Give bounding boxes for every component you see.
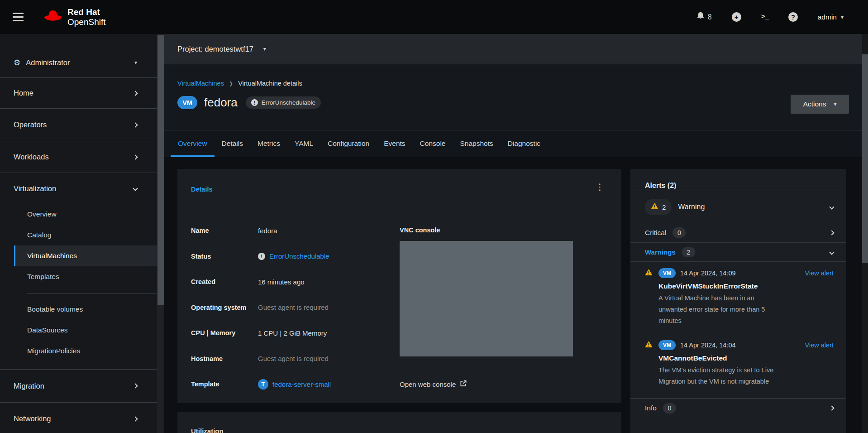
utilization-title: Utilization [191,427,608,433]
breadcrumb-current: VirtualMachine details [238,80,302,87]
brand-text: Red Hat OpenShift [67,7,106,27]
chevron-right-icon [133,122,138,127]
status-link[interactable]: ErrorUnschedulable [269,252,329,260]
detail-label: Status [191,253,258,260]
app-launcher-icon[interactable] [668,13,677,21]
sidebar-item-operators[interactable]: Operators [0,109,157,141]
detail-row-cpu-memory: CPU | Memory 1 CPU | 2 GiB Memory [191,320,390,346]
redhat-hat-icon [43,9,63,25]
notifications-button[interactable]: 8 [696,12,712,22]
sidebar-item-virtualmachines[interactable]: VirtualMachines [14,245,157,266]
tab-details[interactable]: Details [215,130,250,157]
sidebar-item-label: Bootable volumes [27,305,83,313]
chevron-right-icon [133,154,138,159]
tab-bar: Overview Details Metrics YAML Configurat… [164,130,862,157]
template-link[interactable]: fedora-server-small [272,380,331,388]
alert-item: VM 14 Apr 2024, 14:09 View alert KubeVir… [645,268,834,327]
warnings-label: Warnings [645,248,676,256]
chevron-right-icon [133,416,138,421]
sidebar-item-networking[interactable]: Networking [0,403,157,433]
sidebar-item-label: Networking [14,414,51,423]
alerts-title: Alerts (2) [645,169,834,191]
sidebar-item-virt-overview[interactable]: Overview [14,204,157,225]
kebab-menu-icon[interactable]: ⋮ [596,182,604,192]
sidebar-item-label: Operators [14,120,47,129]
breadcrumb-link[interactable]: VirtualMachines [177,80,224,87]
tab-configuration[interactable]: Configuration [320,130,377,157]
caret-down-icon: ▾ [134,59,137,66]
detail-label: Operating system [191,304,258,311]
detail-value: 1 CPU | 2 GiB Memory [258,329,327,337]
window-scrollbar-thumb[interactable] [862,54,868,263]
sidebar-item-migration[interactable]: Migration [0,370,157,402]
tab-overview[interactable]: Overview [171,130,215,157]
alerts-warnings-row[interactable]: Warnings 2 [645,243,834,261]
critical-count-badge: 0 [672,227,686,238]
warning-count: 2 [662,203,666,211]
sidebar-item-migrationpolicies[interactable]: MigrationPolicies [14,341,157,361]
alert-timestamp: 14 Apr 2024, 14:04 [680,342,736,349]
view-alert-link[interactable]: View alert [805,269,834,277]
tab-events[interactable]: Events [377,130,412,157]
view-alert-link[interactable]: View alert [805,342,834,349]
sidebar-item-catalog[interactable]: Catalog [14,225,157,245]
actions-label: Actions [803,100,826,108]
critical-label: Critical [645,229,666,237]
exclamation-circle-icon: ! [258,253,265,260]
user-menu[interactable]: admin ▾ [818,13,844,21]
detail-value: fedora [258,227,277,235]
detail-row-name: Name fedora [191,218,390,244]
project-selector[interactable]: Project: demotestwtf17 ▾ [164,34,862,64]
cli-terminal-icon[interactable]: >_ [761,13,768,21]
tab-snapshots[interactable]: Snapshots [453,130,500,157]
sidebar-item-home[interactable]: Home [0,78,157,108]
window-scrollbar[interactable] [862,34,868,433]
detail-label: Template [191,380,258,388]
nav-toggle-icon[interactable] [13,13,24,21]
alert-description: The VM's eviction strategy is set to Liv… [658,365,782,387]
chevron-right-icon [133,383,138,388]
sidebar-item-label: Home [14,89,33,97]
detail-value: 16 minutes ago [258,278,305,286]
chevron-right-icon [133,91,138,96]
alerts-critical-row[interactable]: Critical 0 [645,223,834,242]
vm-kind-badge: VM [658,340,676,350]
sidebar-item-templates[interactable]: Templates [14,266,157,287]
brand-line-2: OpenShift [67,17,106,27]
username: admin [818,13,837,21]
brand-logo[interactable]: Red Hat OpenShift [43,7,106,27]
detail-label: CPU | Memory [191,329,258,337]
details-card-title-link[interactable]: Details [191,186,213,193]
sidebar-item-label: Templates [27,273,59,281]
alerts-warning-summary[interactable]: 2 Warning [645,191,834,223]
help-icon[interactable]: ? [788,12,798,22]
tab-yaml[interactable]: YAML [287,130,320,157]
chevron-down-icon [829,250,834,255]
page-title-row: VM fedora ! ErrorUnschedulable [177,96,321,110]
project-selector-label: Project: demotestwtf17 [177,45,253,53]
vnc-console-preview[interactable] [400,241,573,356]
caret-down-icon: ▾ [263,46,266,52]
warning-triangle-icon [645,269,653,327]
detail-label: Name [191,227,258,234]
tab-console[interactable]: Console [413,130,453,157]
sidebar-item-datasources[interactable]: DataSources [14,320,157,341]
sidebar-item-virtualization[interactable]: Virtualization [0,173,157,204]
alerts-info-row[interactable]: Info 0 [645,399,834,418]
actions-button[interactable]: Actions ▾ [791,95,849,114]
sidebar-scrollbar[interactable] [157,34,164,433]
tab-diagnostic[interactable]: Diagnostic [501,130,548,157]
tab-metrics[interactable]: Metrics [250,130,287,157]
import-yaml-button[interactable]: + [732,12,741,22]
chevron-right-icon [829,230,834,235]
sidebar-item-bootable-volumes[interactable]: Bootable volumes [14,299,157,320]
sidebar-item-workloads[interactable]: Workloads [0,141,157,173]
sidebar: ⚙ Administrator ▾ Home Operators Workloa… [0,34,157,433]
perspective-switcher[interactable]: ⚙ Administrator ▾ [0,48,157,77]
status-text: ErrorUnschedulable [262,99,315,106]
vm-kind-badge: VM [658,268,676,278]
sidebar-scrollbar-thumb[interactable] [157,35,164,305]
open-web-console-link[interactable]: Open web console [400,380,467,388]
divider [630,261,846,262]
chevron-right-icon [829,405,834,410]
